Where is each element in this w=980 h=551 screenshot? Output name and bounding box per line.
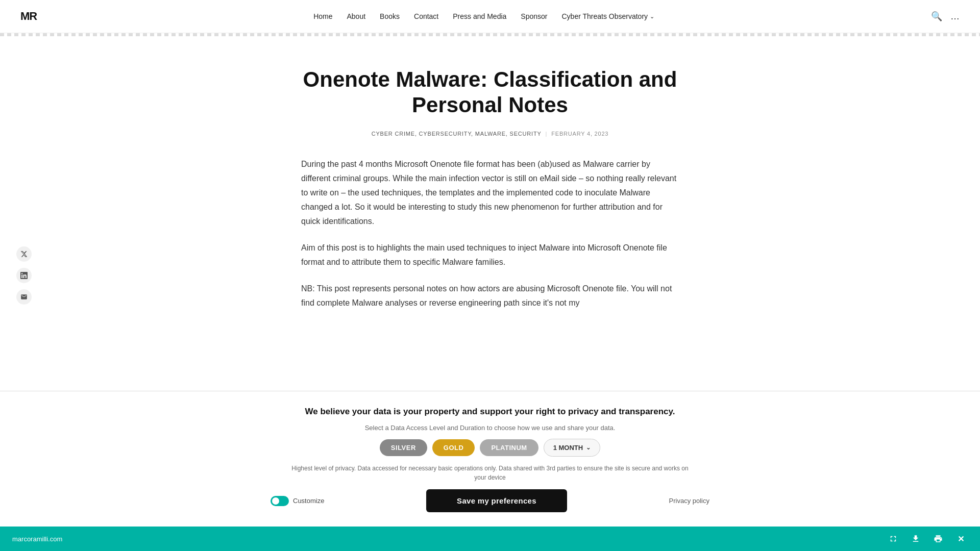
article-title: Onenote Malware: Classification and Pers… (301, 67, 679, 118)
nav-item-books[interactable]: Books (380, 12, 400, 21)
article-paragraph-1: During the past 4 months Microsoft Oneno… (301, 157, 679, 229)
more-options-icon[interactable]: … (950, 11, 960, 22)
nav-item-press[interactable]: Press and Media (453, 12, 506, 21)
article-tags: CYBER CRIME, CYBERSECURITY, MALWARE, SEC… (372, 131, 542, 137)
nav-item-about[interactable]: About (347, 12, 366, 21)
article-meta: CYBER CRIME, CYBERSECURITY, MALWARE, SEC… (301, 131, 679, 137)
search-icon[interactable]: 🔍 (931, 11, 942, 22)
article-paragraph-3: NB: This post represents personal notes … (301, 282, 679, 310)
article-body: During the past 4 months Microsoft Oneno… (301, 157, 679, 310)
article-date: FEBRUARY 4, 2023 (551, 131, 608, 137)
nav-right: 🔍 … (931, 11, 960, 22)
linkedin-icon[interactable] (16, 268, 32, 283)
chevron-down-icon: ⌄ (650, 13, 654, 20)
nav-item-sponsor[interactable]: Sponsor (521, 12, 547, 21)
article-container: Onenote Malware: Classification and Pers… (291, 36, 689, 343)
nav-links: Home About Books Contact Press and Media… (313, 12, 654, 21)
twitter-icon[interactable] (16, 246, 32, 262)
site-logo[interactable]: MR (20, 10, 37, 23)
nav-item-cyber[interactable]: Cyber Threats Observatory ⌄ (561, 12, 654, 20)
cyber-threats-label: Cyber Threats Observatory (561, 12, 648, 20)
article-paragraph-2: Aim of this post is to highlights the ma… (301, 241, 679, 269)
nav-item-contact[interactable]: Contact (414, 12, 438, 21)
navigation: MR Home About Books Contact Press and Me… (0, 0, 980, 33)
email-icon[interactable] (16, 289, 32, 305)
nav-item-home[interactable]: Home (313, 12, 332, 21)
social-sidebar (16, 246, 32, 305)
